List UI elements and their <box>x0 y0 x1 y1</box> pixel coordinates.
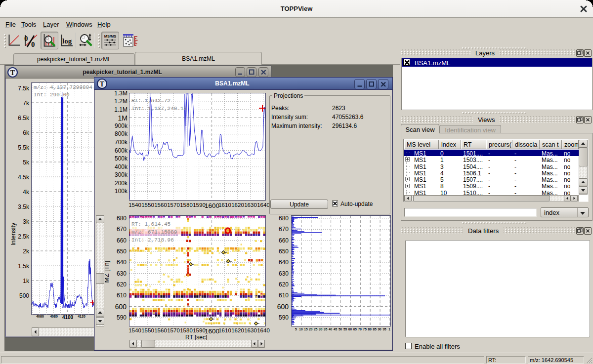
svg-text:55: 55 <box>343 327 347 331</box>
svg-text:65: 65 <box>353 327 357 331</box>
svg-text:T: T <box>100 81 105 88</box>
svg-text:25: 25 <box>314 327 318 331</box>
svg-text:0: 0 <box>24 35 28 42</box>
svg-text:log: log <box>62 37 72 45</box>
svg-text:80: 80 <box>368 327 372 331</box>
svg-text:30: 30 <box>319 327 323 331</box>
svg-text:MZ [Th]: MZ [Th] <box>105 261 110 283</box>
svg-text:40: 40 <box>329 327 333 331</box>
svg-text:60: 60 <box>348 327 352 331</box>
svg-text:70: 70 <box>358 327 362 331</box>
svg-text:1: 1 <box>388 327 390 331</box>
svg-text:Intensity: Intensity <box>11 222 17 245</box>
svg-text:75: 75 <box>363 327 367 331</box>
svg-text:85: 85 <box>373 327 377 331</box>
svg-text:35: 35 <box>324 327 328 331</box>
svg-text:95: 95 <box>382 327 386 331</box>
svg-text:MS/MS: MS/MS <box>104 34 117 39</box>
svg-text:10: 10 <box>299 327 303 331</box>
svg-text:45: 45 <box>334 327 338 331</box>
svg-text:90: 90 <box>378 327 381 331</box>
svg-text:50: 50 <box>339 327 342 331</box>
svg-text:5: 5 <box>295 327 297 331</box>
svg-text:15: 15 <box>304 327 308 331</box>
svg-text:20: 20 <box>309 327 313 331</box>
svg-text:0: 0 <box>31 40 35 47</box>
